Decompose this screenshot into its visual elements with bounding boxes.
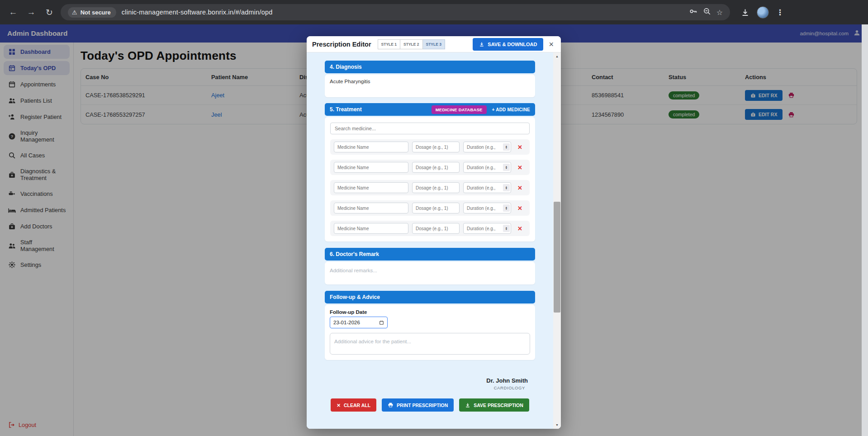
dosage-input[interactable] xyxy=(412,162,460,173)
treatment-section-header: 5. Treatment MEDICINE DATABASE + ADD MED… xyxy=(325,103,535,116)
scroll-down-icon[interactable]: ▼ xyxy=(553,421,561,429)
followup-section-header: Follow-up & Advice xyxy=(325,291,535,303)
download-icon xyxy=(479,42,484,47)
number-spinner-icon[interactable]: ▴▾ xyxy=(503,204,510,212)
style-3-button[interactable]: STYLE 3 xyxy=(423,39,445,49)
number-spinner-icon[interactable]: ▴▾ xyxy=(503,184,510,191)
diagnosis-section-header: 4. Diagnosis xyxy=(325,61,535,73)
address-bar[interactable]: ⚠ Not secure clinic-management-software.… xyxy=(61,4,730,20)
doctor-specialty: CARDIOLOGY xyxy=(325,385,525,390)
scroll-up-icon[interactable]: ▲ xyxy=(553,52,561,60)
not-secure-badge[interactable]: ⚠ Not secure xyxy=(68,7,116,18)
followup-date-input[interactable]: 23-01-2026 xyxy=(330,317,388,328)
medicine-name-input[interactable] xyxy=(334,162,408,173)
scrollbar-thumb[interactable] xyxy=(554,202,560,313)
treatment-heading: 5. Treatment xyxy=(330,106,362,113)
url-text[interactable]: clinic-management-software.bonrix.in/#/a… xyxy=(122,9,273,16)
download-icon xyxy=(465,403,470,408)
doctor-name: Dr. John Smith xyxy=(325,377,528,384)
number-spinner-icon[interactable]: ▴▾ xyxy=(503,225,510,232)
medicine-row: ▴▾ ✕ xyxy=(330,221,530,236)
dosage-input[interactable] xyxy=(412,223,460,234)
treatment-card: ▴▾ ✕ ▴▾ ✕ ▴▾ ✕ ▴▾ xyxy=(325,117,535,242)
print-prescription-button[interactable]: PRINT PRESCRIPTION xyxy=(382,398,454,412)
advice-textarea[interactable]: Additional advice for the patient... xyxy=(330,333,530,355)
save-prescription-label: SAVE PRESCRIPTION xyxy=(474,403,523,408)
clear-all-button[interactable]: ✕ CLEAR ALL xyxy=(331,398,376,412)
remove-medicine-button[interactable]: ✕ xyxy=(517,205,522,212)
medicine-name-input[interactable] xyxy=(334,182,408,193)
warning-icon: ⚠ xyxy=(72,9,77,16)
download-icon[interactable] xyxy=(741,8,749,17)
modal-body: 4. Diagnosis Acute Pharyngitis 5. Treatm… xyxy=(307,52,561,429)
doctor-signature: Dr. John Smith CARDIOLOGY xyxy=(325,377,535,390)
password-key-icon[interactable] xyxy=(689,7,697,17)
medicine-row: ▴▾ ✕ xyxy=(330,200,530,216)
close-icon[interactable]: × xyxy=(547,40,555,48)
browser-menu-icon[interactable]: ⋮ xyxy=(776,8,784,17)
x-icon: ✕ xyxy=(337,403,341,408)
remove-medicine-button[interactable]: ✕ xyxy=(517,144,522,151)
save-download-label: SAVE & DOWNLOAD xyxy=(488,42,537,47)
number-spinner-icon[interactable]: ▴▾ xyxy=(503,164,510,171)
not-secure-label: Not secure xyxy=(81,9,111,16)
remark-textarea[interactable]: Additional remarks... xyxy=(325,262,535,284)
followup-date-value: 23-01-2026 xyxy=(333,320,376,325)
save-prescription-button[interactable]: SAVE PRESCRIPTION xyxy=(459,398,529,412)
style-2-button[interactable]: STYLE 2 xyxy=(400,39,422,49)
medicine-name-input[interactable] xyxy=(334,142,408,152)
dosage-input[interactable] xyxy=(412,142,460,152)
modal-title: Prescription Editor xyxy=(312,41,371,48)
style-1-button[interactable]: STYLE 1 xyxy=(378,39,400,49)
printer-icon xyxy=(388,402,394,408)
remark-placeholder: Additional remarks... xyxy=(330,268,377,273)
medicine-name-input[interactable] xyxy=(334,203,408,213)
page-scrollbar[interactable] xyxy=(862,24,868,436)
prescription-editor-modal: Prescription Editor STYLE 1 STYLE 2 STYL… xyxy=(307,36,561,429)
followup-card: Follow-up Date 23-01-2026 Additional adv… xyxy=(325,305,535,360)
forward-icon[interactable]: → xyxy=(24,5,38,19)
number-spinner-icon[interactable]: ▴▾ xyxy=(503,143,510,151)
followup-heading: Follow-up & Advice xyxy=(330,294,380,300)
remark-section-header: 6. Doctor's Remark xyxy=(325,248,535,261)
reload-icon[interactable]: ↻ xyxy=(43,5,56,19)
remark-heading: 6. Doctor's Remark xyxy=(330,251,379,257)
diagnosis-text: Acute Pharyngitis xyxy=(330,79,370,84)
print-prescription-label: PRINT PRESCRIPTION xyxy=(397,403,448,408)
modal-footer: ✕ CLEAR ALL PRINT PRESCRIPTION SAVE PRES… xyxy=(325,398,535,425)
bookmark-star-icon[interactable]: ☆ xyxy=(716,8,723,17)
modal-header: Prescription Editor STYLE 1 STYLE 2 STYL… xyxy=(307,36,561,52)
search-medicine-input[interactable] xyxy=(330,123,530,134)
calendar-icon xyxy=(379,320,384,325)
zoom-out-icon[interactable] xyxy=(703,7,711,17)
remove-medicine-button[interactable]: ✕ xyxy=(517,164,522,171)
medicine-database-button[interactable]: MEDICINE DATABASE xyxy=(432,105,487,114)
back-icon[interactable]: ← xyxy=(6,5,20,19)
save-and-download-button[interactable]: SAVE & DOWNLOAD xyxy=(473,38,543,51)
medicine-row: ▴▾ ✕ xyxy=(330,160,530,175)
remove-medicine-button[interactable]: ✕ xyxy=(517,225,522,232)
browser-profile-avatar[interactable] xyxy=(757,6,769,19)
advice-placeholder: Additional advice for the patient... xyxy=(334,339,411,344)
clear-all-label: CLEAR ALL xyxy=(344,403,370,408)
diagnosis-card: Acute Pharyngitis xyxy=(325,75,535,97)
medicine-name-input[interactable] xyxy=(334,223,408,234)
followup-date-label: Follow-up Date xyxy=(330,309,530,315)
browser-toolbar: ← → ↻ ⚠ Not secure clinic-management-sof… xyxy=(0,0,868,24)
remove-medicine-button[interactable]: ✕ xyxy=(517,185,522,191)
diagnosis-heading: 4. Diagnosis xyxy=(330,64,362,70)
dosage-input[interactable] xyxy=(412,203,460,213)
medicine-row: ▴▾ ✕ xyxy=(330,180,530,195)
modal-scrollbar[interactable]: ▲ ▼ xyxy=(553,52,561,429)
dosage-input[interactable] xyxy=(412,182,460,193)
medicine-row: ▴▾ ✕ xyxy=(330,139,530,155)
add-medicine-button[interactable]: + ADD MEDICINE xyxy=(492,107,530,112)
